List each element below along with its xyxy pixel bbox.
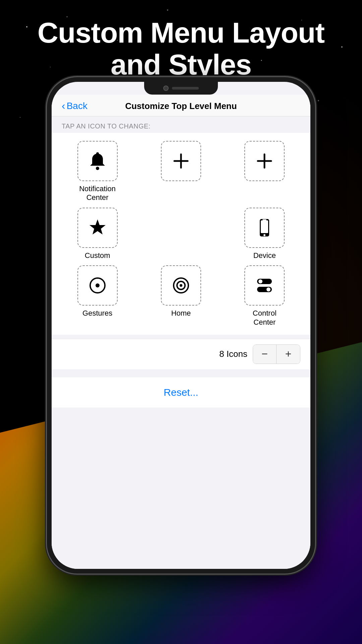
notification-center-label: NotificationCenter: [79, 184, 116, 202]
plus-icon-1: [171, 151, 191, 171]
page-heading: Custom Menu Layout and Styles: [0, 17, 362, 80]
speaker: [172, 87, 199, 90]
phone-frame: ‹ Back Customize Top Level Menu TAP AN I…: [47, 77, 315, 574]
count-controls: − +: [253, 344, 300, 364]
icons-card: NotificationCenter: [52, 133, 310, 335]
svg-point-23: [96, 283, 100, 287]
icon-cell-empty-2: [226, 141, 304, 202]
icon-cell-control-center: ControlCenter: [226, 265, 304, 327]
back-label[interactable]: Back: [67, 101, 87, 111]
svg-point-26: [180, 284, 182, 287]
decrement-button[interactable]: −: [253, 345, 277, 364]
device-label: Device: [253, 251, 276, 260]
custom-label: Custom: [85, 251, 110, 260]
nav-title: Customize Top Level Menu: [125, 101, 237, 111]
icon-cell-notification-center: NotificationCenter: [58, 141, 136, 202]
screen-content: ‹ Back Customize Top Level Menu TAP AN I…: [52, 95, 310, 569]
svg-rect-19: [261, 220, 268, 233]
star-icon: [87, 218, 108, 238]
icon-cell-empty-1: [142, 141, 220, 202]
svg-rect-21: [262, 219, 266, 220]
svg-point-28: [258, 279, 262, 283]
increment-button[interactable]: +: [277, 345, 300, 364]
svg-point-20: [263, 234, 265, 236]
chevron-left-icon: ‹: [62, 100, 65, 111]
toggle-icon: [254, 275, 275, 296]
svg-rect-12: [96, 152, 99, 155]
gestures-icon-box[interactable]: [77, 265, 118, 306]
svg-point-9: [20, 117, 20, 118]
bell-icon: [87, 151, 108, 171]
reset-card: Reset...: [52, 377, 310, 408]
phone-icon: [254, 218, 275, 238]
nav-bar: ‹ Back Customize Top Level Menu: [52, 95, 310, 116]
phone-notch: [144, 82, 218, 95]
count-row: 8 Icons − +: [52, 339, 310, 369]
notification-center-icon-box[interactable]: [77, 141, 118, 181]
circle-dot-icon: [87, 275, 108, 296]
front-camera: [163, 86, 169, 91]
custom-icon-box[interactable]: [77, 208, 118, 248]
section-label: TAP AN ICON TO CHANGE:: [52, 116, 310, 133]
svg-point-11: [96, 167, 99, 170]
home-label: Home: [171, 309, 191, 318]
home-circle-icon: [171, 275, 191, 296]
icon-cell-custom: Custom: [58, 208, 136, 260]
svg-point-10: [318, 100, 319, 101]
icon-cell-home: Home: [142, 265, 220, 327]
reset-button[interactable]: Reset...: [52, 377, 310, 408]
heading-text: Custom Menu Layout and Styles: [20, 17, 342, 80]
empty-2-icon-box[interactable]: [244, 141, 285, 181]
gestures-label: Gestures: [82, 309, 112, 318]
icon-cell-gestures: Gestures: [58, 265, 136, 327]
svg-point-3: [167, 9, 168, 11]
svg-point-30: [266, 287, 270, 291]
svg-marker-17: [89, 219, 106, 234]
home-icon-box[interactable]: [161, 265, 201, 306]
back-button[interactable]: ‹ Back: [62, 101, 87, 111]
icon-cell-empty-middle: [142, 208, 220, 260]
count-label: 8 Icons: [219, 349, 247, 359]
icon-cell-device: Device: [226, 208, 304, 260]
phone-screen: ‹ Back Customize Top Level Menu TAP AN I…: [52, 82, 310, 569]
icons-grid: NotificationCenter: [58, 141, 304, 327]
empty-1-icon-box[interactable]: [161, 141, 201, 181]
device-icon-box[interactable]: [244, 208, 285, 248]
control-center-icon-box[interactable]: [244, 265, 285, 306]
control-center-label: ControlCenter: [253, 309, 277, 327]
spacer-1: [52, 369, 310, 372]
plus-icon-2: [254, 151, 275, 171]
